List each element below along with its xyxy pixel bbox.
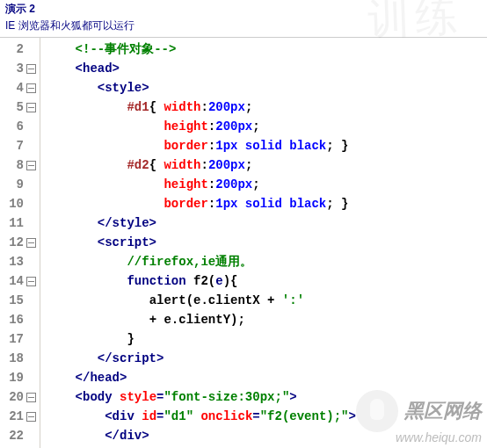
code-line: <head> [46, 59, 356, 78]
code-line: } [46, 329, 356, 349]
code-line: </div> [46, 426, 356, 445]
fold-toggle-icon[interactable] [26, 64, 36, 74]
code-line: //firefox,ie通用。 [46, 252, 356, 271]
line-number: 5 [0, 98, 38, 117]
line-number: 6 [0, 117, 38, 136]
line-number: 19 [0, 368, 38, 387]
code-line: <body style="font-size:30px;"> [46, 387, 356, 407]
line-number: 15 [0, 291, 38, 310]
line-number: 21 [0, 407, 38, 426]
code-line: + e.clientY); [46, 310, 356, 329]
code-line: height:200px; [46, 175, 356, 194]
code-line: border:1px solid black; } [46, 194, 356, 213]
line-number: 22 [0, 426, 38, 445]
code-line: height:200px; [46, 117, 356, 136]
line-number: 4 [0, 78, 38, 98]
fold-toggle-icon[interactable] [26, 161, 36, 170]
fold-toggle-icon[interactable] [26, 83, 36, 93]
demo-title: 演示 2 [0, 0, 487, 18]
line-number: 13 [0, 252, 38, 271]
line-number: 10 [0, 194, 38, 213]
line-number: 8 [0, 155, 38, 175]
line-number: 18 [0, 349, 38, 368]
line-number: 11 [0, 213, 38, 233]
code-line: alert(e.clientX + ':' [46, 291, 356, 310]
code-line: </head> [46, 368, 356, 387]
line-number: 9 [0, 175, 38, 194]
fold-toggle-icon[interactable] [26, 277, 36, 286]
fold-toggle-icon[interactable] [26, 103, 36, 112]
code-line: function f2(e){ [46, 271, 356, 291]
line-number: 14 [0, 271, 38, 291]
code-line: <style> [46, 78, 356, 98]
code-line: #d1{ width:200px; [46, 98, 356, 117]
line-number: 3 [0, 59, 38, 78]
code-line: border:1px solid black; } [46, 136, 356, 155]
code-line: <div id="d1" onclick="f2(event);"> [46, 407, 356, 426]
fold-toggle-icon[interactable] [26, 412, 36, 422]
line-number: 7 [0, 136, 38, 155]
code-area: <!--事件对象--> <head> <style> #d1{ width:20… [40, 38, 356, 448]
line-number: 17 [0, 329, 38, 349]
code-line: <!--事件对象--> [46, 40, 356, 59]
line-number: 20 [0, 387, 38, 407]
code-editor: 234567891011121314151617181920212223 <!-… [0, 37, 487, 448]
code-line: </style> [46, 213, 356, 233]
line-number: 16 [0, 310, 38, 329]
line-number: 2 [0, 40, 38, 59]
fold-toggle-icon[interactable] [26, 393, 36, 402]
line-number-gutter: 234567891011121314151617181920212223 [0, 38, 40, 448]
line-number: 12 [0, 233, 38, 252]
code-line: <script> [46, 233, 356, 252]
fold-toggle-icon[interactable] [26, 238, 36, 248]
demo-subtitle: IE 浏览器和火狐都可以运行 [0, 18, 487, 37]
code-line: </script> [46, 349, 356, 368]
code-line: #d2{ width:200px; [46, 155, 356, 175]
